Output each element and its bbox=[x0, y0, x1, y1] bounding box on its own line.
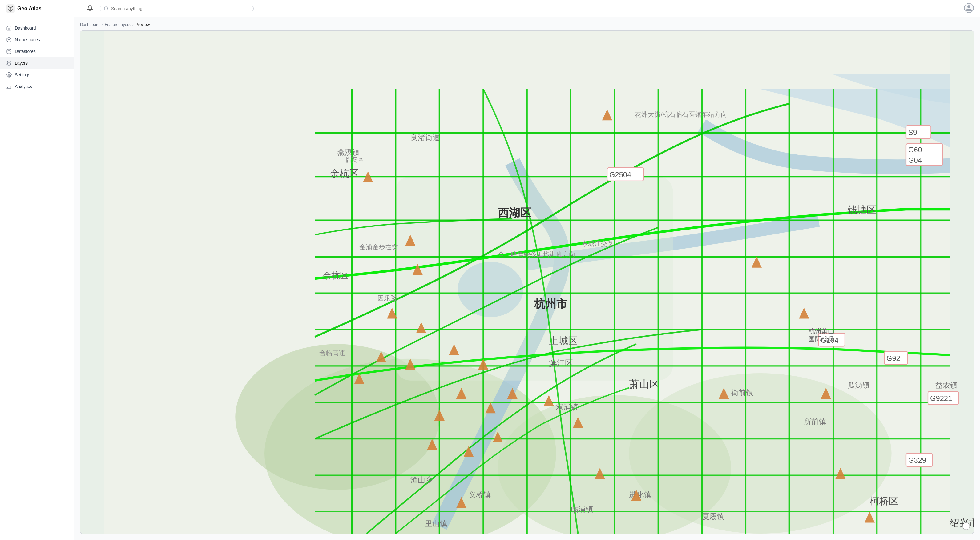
sidebar-item-namespaces[interactable]: Namespaces bbox=[0, 34, 73, 46]
svg-text:临安区: 临安区 bbox=[345, 156, 364, 164]
content-area: Dashboard › FeatureLayers › Preview bbox=[74, 17, 980, 540]
svg-text:街前镇: 街前镇 bbox=[731, 389, 753, 397]
svg-text:钱塘区: 钱塘区 bbox=[847, 204, 876, 215]
sidebar-item-dashboard[interactable]: Dashboard bbox=[0, 22, 73, 34]
avatar-icon bbox=[964, 3, 974, 13]
logo-area: Geo Atlas bbox=[6, 4, 80, 13]
svg-text:S9: S9 bbox=[908, 129, 917, 137]
sidebar-item-settings[interactable]: Settings bbox=[0, 69, 73, 81]
svg-text:萧山区: 萧山区 bbox=[629, 378, 660, 390]
svg-text:绍兴市: 绍兴市 bbox=[950, 518, 974, 528]
box-icon bbox=[6, 37, 12, 43]
svg-text:因乐路: 因乐路 bbox=[377, 294, 397, 302]
settings-icon bbox=[6, 72, 12, 78]
sidebar-item-layers-label: Layers bbox=[15, 60, 28, 65]
breadcrumb-sep-1: › bbox=[102, 22, 103, 27]
svg-text:余杭区: 余杭区 bbox=[330, 168, 359, 179]
sidebar-item-layers[interactable]: Layers bbox=[0, 57, 73, 69]
app-title: Geo Atlas bbox=[17, 6, 41, 12]
sidebar-item-analytics-label: Analytics bbox=[15, 84, 32, 89]
sidebar: Dashboard Namespaces Datastores Layers bbox=[0, 17, 74, 540]
svg-text:上城区: 上城区 bbox=[549, 335, 578, 346]
topbar: Geo Atlas bbox=[0, 0, 980, 17]
breadcrumb-sep-2: › bbox=[132, 22, 134, 27]
layers-icon bbox=[6, 60, 12, 66]
breadcrumb-dashboard[interactable]: Dashboard bbox=[80, 22, 100, 27]
home-icon bbox=[6, 25, 12, 31]
search-bar bbox=[100, 6, 254, 11]
search-icon bbox=[104, 6, 109, 11]
svg-text:良渚街道: 良渚街道 bbox=[410, 133, 440, 141]
svg-text:余杭区: 余杭区 bbox=[323, 270, 348, 280]
svg-text:G2504: G2504 bbox=[609, 171, 631, 179]
svg-text:里山镇: 里山镇 bbox=[425, 520, 447, 528]
svg-text:进化镇: 进化镇 bbox=[629, 491, 651, 499]
breadcrumb-featurelayers[interactable]: FeatureLayers bbox=[105, 22, 130, 27]
svg-text:国际机场: 国际机场 bbox=[808, 335, 834, 343]
sidebar-item-datastores-label: Datastores bbox=[15, 49, 36, 54]
svg-point-16 bbox=[629, 373, 892, 534]
breadcrumb: Dashboard › FeatureLayers › Preview bbox=[74, 17, 980, 30]
database-icon bbox=[6, 49, 12, 54]
app-logo-icon bbox=[6, 4, 15, 13]
analytics-icon bbox=[6, 84, 12, 89]
svg-point-3 bbox=[967, 5, 970, 8]
svg-text:滨江区: 滨江区 bbox=[549, 359, 573, 368]
notifications-button[interactable] bbox=[85, 3, 95, 14]
svg-text:燕溪镇: 燕溪镇 bbox=[337, 148, 360, 156]
svg-text:西湖区: 西湖区 bbox=[498, 207, 531, 219]
svg-text:临浦镇: 临浦镇 bbox=[571, 505, 593, 513]
svg-point-5 bbox=[7, 49, 11, 51]
svg-text:双浦镇: 双浦镇 bbox=[556, 403, 578, 411]
map-svg: 余杭区 西湖区 杭州市 上城区 滨江区 萧山区 钱塘区 柯桥区 余杭区 绍兴市 … bbox=[80, 31, 974, 534]
svg-text:全一路驾驶务工培训班方向: 全一路驾驶务工培训班方向 bbox=[498, 251, 576, 258]
svg-marker-6 bbox=[7, 61, 11, 64]
breadcrumb-current: Preview bbox=[135, 22, 150, 27]
user-avatar-button[interactable] bbox=[964, 3, 974, 14]
svg-text:义桥镇: 义桥镇 bbox=[469, 491, 491, 499]
svg-text:金浦金步在交: 金浦金步在交 bbox=[359, 243, 398, 251]
sidebar-item-settings-label: Settings bbox=[15, 72, 30, 77]
svg-point-1 bbox=[104, 7, 108, 10]
svg-text:益农镇: 益农镇 bbox=[935, 381, 958, 389]
svg-text:G60: G60 bbox=[908, 146, 922, 154]
svg-text:G329: G329 bbox=[908, 456, 926, 464]
svg-text:G04: G04 bbox=[908, 156, 922, 164]
svg-text:渔山乡: 渔山乡 bbox=[410, 476, 433, 484]
sidebar-item-namespaces-label: Namespaces bbox=[15, 37, 40, 42]
svg-text:杭州萧山: 杭州萧山 bbox=[808, 327, 834, 335]
svg-text:东塘江交叉: 东塘江交叉 bbox=[582, 240, 614, 248]
info-icon: i bbox=[966, 524, 966, 528]
svg-text:瓜沥镇: 瓜沥镇 bbox=[848, 381, 870, 389]
svg-text:合临高速: 合临高速 bbox=[319, 349, 345, 357]
svg-text:花洲大街/杭石临石医馆车站方向: 花洲大街/杭石临石医馆车站方向 bbox=[635, 111, 727, 118]
search-input[interactable] bbox=[111, 6, 250, 11]
svg-text:G9221: G9221 bbox=[930, 394, 952, 402]
map-canvas[interactable]: 余杭区 西湖区 杭州市 上城区 滨江区 萧山区 钱塘区 柯桥区 余杭区 绍兴市 … bbox=[80, 31, 974, 534]
main-layout: Dashboard Namespaces Datastores Layers bbox=[0, 17, 980, 540]
map-wrapper: 余杭区 西湖区 杭州市 上城区 滨江区 萧山区 钱塘区 柯桥区 余杭区 绍兴市 … bbox=[80, 30, 974, 534]
svg-text:夏履镇: 夏履镇 bbox=[702, 513, 724, 521]
sidebar-item-analytics[interactable]: Analytics bbox=[0, 81, 73, 92]
map-info-button[interactable]: i bbox=[963, 523, 970, 530]
svg-text:杭州市: 杭州市 bbox=[534, 297, 568, 310]
svg-text:所前镇: 所前镇 bbox=[804, 418, 826, 426]
svg-point-7 bbox=[8, 74, 10, 76]
sidebar-item-dashboard-label: Dashboard bbox=[15, 25, 36, 30]
bell-icon bbox=[87, 5, 93, 11]
svg-text:G92: G92 bbox=[886, 354, 900, 362]
svg-text:柯桥区: 柯桥区 bbox=[870, 496, 899, 507]
sidebar-item-datastores[interactable]: Datastores bbox=[0, 46, 73, 57]
